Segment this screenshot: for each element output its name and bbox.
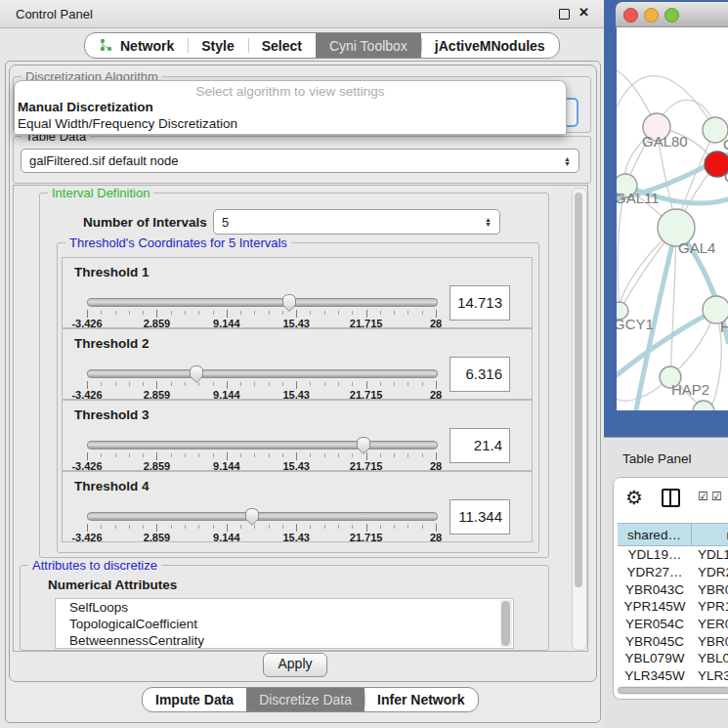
apply-button[interactable]: Apply	[263, 653, 327, 677]
cell-name[interactable]: YLR3	[692, 668, 728, 683]
close-icon[interactable]: ✕	[578, 5, 589, 20]
tick-mark	[269, 525, 270, 529]
network-nodes[interactable]	[617, 113, 728, 410]
cell-name[interactable]: YBR0	[692, 634, 728, 649]
tick-mark	[338, 382, 339, 386]
cell-name[interactable]: YBL0	[692, 651, 728, 665]
threshold-slider-track[interactable]	[87, 512, 438, 521]
cell-shared-name[interactable]: YDL19…	[618, 547, 692, 562]
gear-icon[interactable]: ⚙	[625, 486, 643, 509]
cell-shared-name[interactable]: YLR345W	[618, 668, 692, 683]
dropdown-prompt: Select algorithm to view settings	[15, 81, 566, 99]
tick-mark	[352, 311, 353, 315]
threshold-slider-track[interactable]	[87, 441, 438, 450]
panel-title: Control Panel	[16, 7, 93, 21]
attribute-list-item[interactable]: SelfLoops	[56, 599, 513, 616]
cell-shared-name[interactable]: YBL079W	[618, 651, 692, 665]
tab-jactivemnodules[interactable]: jActiveMNodules	[421, 33, 559, 58]
attributes-list[interactable]: SelfLoopsTopologicalCoefficientBetweenne…	[55, 598, 514, 649]
float-icon[interactable]	[559, 9, 570, 20]
attribute-list-item[interactable]: BetweennessCentrality	[56, 632, 513, 649]
table-row[interactable]: YBR045CYBR0	[618, 632, 728, 650]
settings-vertical-scrollbar[interactable]	[572, 188, 587, 651]
tick-mark	[240, 311, 241, 315]
tick-mark	[115, 453, 116, 457]
tab-label: Network	[120, 38, 174, 54]
tick-mark	[324, 311, 325, 315]
cell-name[interactable]: YBR0	[692, 582, 728, 597]
threshold-slider-track[interactable]	[87, 369, 438, 378]
tab-network[interactable]: Network	[85, 33, 188, 58]
split-columns-icon[interactable]	[662, 489, 680, 507]
column-header-name[interactable]: n	[692, 524, 728, 545]
table-toolbar: ⚙ ☑ ☑	[614, 478, 728, 521]
cell-shared-name[interactable]: YER054C	[618, 617, 692, 631]
checkbox-icon[interactable]: ☑	[698, 490, 708, 503]
table-row[interactable]: YBL079WYBL0	[618, 650, 728, 667]
scrollbar-thumb[interactable]	[618, 687, 728, 694]
tick-mark	[129, 311, 130, 315]
tick-mark	[156, 310, 157, 318]
cell-shared-name[interactable]: YBR043C	[618, 582, 692, 597]
threshold-value-field[interactable]: 6.316	[450, 357, 510, 392]
cell-shared-name[interactable]: YBR045C	[618, 634, 692, 649]
table-row[interactable]: YLR345WYLR3	[618, 667, 728, 683]
scrollbar-thumb[interactable]	[575, 193, 582, 587]
attribute-list-item[interactable]: TopologicalCoefficient	[56, 616, 513, 632]
tick-mark	[422, 453, 423, 457]
table-row[interactable]: YBR043CYBR0	[618, 580, 728, 598]
dropdown-option-equal-width[interactable]: Equal Width/Frequency Discretization	[15, 115, 566, 132]
num-intervals-label: Number of Intervals	[83, 215, 207, 230]
threshold-row: Threshold 2-3.4262.8599.14415.4321.71528…	[62, 328, 533, 400]
minimize-traffic-light-icon[interactable]	[644, 8, 659, 22]
column-header-shared[interactable]: shared…	[618, 524, 692, 545]
threshold-value-field[interactable]: 14.713	[450, 285, 510, 321]
num-intervals-spinner[interactable]: 5 ▲▼	[213, 209, 500, 235]
tab-infer-network[interactable]: Infer Network	[364, 688, 477, 711]
table-horizontal-scrollbar[interactable]	[617, 686, 728, 695]
dropdown-option-manual[interactable]: Manual Discretization	[15, 99, 566, 115]
checkbox-icon[interactable]: ☑	[711, 490, 722, 503]
cell-name[interactable]: YER0	[692, 617, 728, 631]
cell-name[interactable]: YPR1	[692, 599, 728, 614]
cell-shared-name[interactable]: YPR145W	[618, 599, 692, 614]
tick-mark	[324, 382, 325, 386]
list-scrollbar[interactable]	[500, 600, 512, 647]
table-data-group: Table Data galFiltered.sif default node …	[13, 136, 591, 184]
threshold-value-field[interactable]: 21.4	[450, 428, 510, 463]
cell-name[interactable]: YDL1	[692, 547, 728, 562]
cell-name[interactable]: YDR2	[692, 565, 728, 579]
tab-discretize-data[interactable]: Discretize Data	[246, 688, 364, 711]
threshold-slider-track[interactable]	[87, 298, 438, 307]
table-row[interactable]: YDR27…YDR2	[618, 564, 728, 581]
bottom-tabbar: Impute Data Discretize Data Infer Networ…	[142, 687, 479, 712]
tab-impute-data[interactable]: Impute Data	[143, 688, 246, 711]
tick-mark	[101, 525, 102, 529]
cell-shared-name[interactable]: YDR27…	[618, 565, 692, 579]
tick-mark	[436, 310, 437, 318]
tick-mark	[380, 453, 381, 457]
tick-mark	[407, 311, 408, 315]
scrollbar-thumb[interactable]	[501, 601, 510, 646]
network-canvas[interactable]: GAL80 G C GAL11 GAL4 GCY1 H HAP2	[617, 27, 728, 410]
zoom-traffic-light-icon[interactable]	[664, 8, 679, 22]
tick-mark	[87, 310, 88, 318]
table-row[interactable]: YER054CYER0	[618, 616, 728, 633]
tick-mark	[101, 382, 102, 386]
scale-label: 2.859	[144, 532, 171, 543]
tick-mark	[171, 382, 172, 386]
tab-select[interactable]: Select	[248, 33, 316, 58]
table-row[interactable]: YPR145WYPR1	[618, 598, 728, 616]
table-row[interactable]: YDL19…YDL1	[618, 546, 728, 564]
table-data-combobox[interactable]: galFiltered.sif default node ▲▼	[21, 149, 579, 173]
tick-mark	[171, 525, 172, 529]
close-traffic-light-icon[interactable]	[623, 8, 638, 22]
tab-cyni-toolbox[interactable]: Cyni Toolbox	[316, 33, 421, 58]
node-table[interactable]: shared… n YDL19…YDL1YDR27…YDR2YBR043CYBR…	[618, 523, 728, 683]
tick-mark	[171, 453, 172, 457]
tab-style[interactable]: Style	[188, 33, 247, 58]
tick-mark	[394, 525, 395, 529]
network-window-titlebar[interactable]	[616, 2, 728, 27]
threshold-value-field[interactable]: 11.344	[450, 499, 510, 535]
tick-mark	[310, 525, 311, 529]
